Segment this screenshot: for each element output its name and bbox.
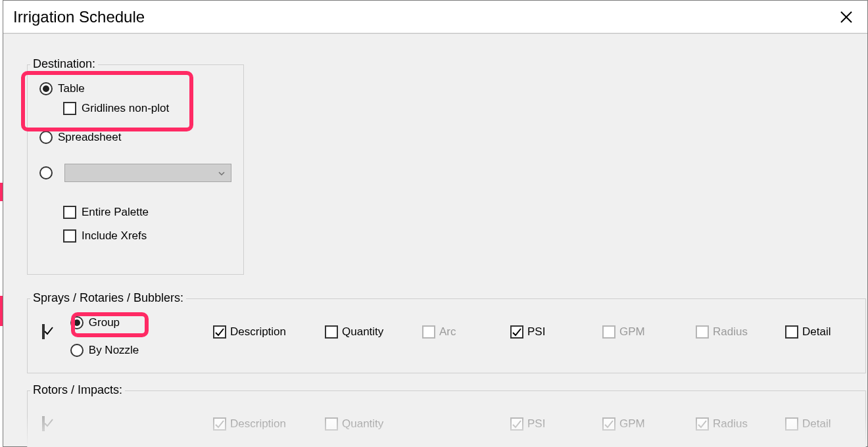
rotors-enable-checkbox	[42, 416, 45, 431]
destination-dropdown[interactable]	[64, 164, 231, 182]
destination-spreadsheet-radio[interactable]	[39, 131, 53, 144]
chevron-down-icon	[218, 170, 226, 177]
sprays-detail-label: Detail	[802, 325, 831, 339]
window-title: Irrigation Schedule	[13, 8, 834, 26]
sprays-quantity-label: Quantity	[342, 325, 383, 339]
rotors-description-checkbox	[213, 417, 226, 431]
sprays-bynozzle-radio[interactable]	[70, 344, 84, 357]
rotors-detail-label: Detail	[802, 417, 831, 431]
rotors-detail-checkbox	[785, 417, 798, 431]
rotors-description-label: Description	[230, 417, 286, 431]
sprays-gpm-label: GPM	[619, 325, 645, 339]
sprays-arc-checkbox	[422, 325, 435, 339]
sprays-psi-checkbox[interactable]	[510, 325, 523, 339]
rotors-group: Rotors / Impacts: Description	[27, 390, 866, 447]
sprays-legend: Sprays / Rotaries / Bubblers:	[30, 291, 186, 305]
sprays-group-label: Group	[89, 316, 120, 329]
sprays-psi-label: PSI	[527, 325, 545, 339]
sprays-group-radio[interactable]	[70, 316, 84, 329]
close-icon	[840, 11, 853, 24]
destination-spreadsheet-label: Spreadsheet	[58, 131, 121, 144]
rotors-legend: Rotors / Impacts:	[30, 383, 125, 397]
destination-dropdown-radio[interactable]	[39, 166, 53, 179]
sprays-arc-label: Arc	[439, 325, 456, 339]
sprays-enable-checkbox[interactable]	[42, 324, 45, 339]
gridlines-nonplot-checkbox[interactable]	[63, 102, 76, 115]
include-xrefs-label: Include Xrefs	[82, 229, 147, 243]
dialog-content: Destination: Table Gridlines non-plot Sp…	[3, 34, 867, 446]
sprays-description-checkbox[interactable]	[213, 325, 226, 339]
rotors-gpm-label: GPM	[619, 417, 645, 431]
rotors-psi-checkbox	[510, 417, 523, 431]
sprays-radius-label: Radius	[713, 325, 748, 339]
destination-table-radio[interactable]	[39, 82, 53, 95]
destination-group: Destination: Table Gridlines non-plot Sp…	[27, 64, 244, 275]
sprays-radius-checkbox	[696, 325, 709, 339]
rotors-gpm-checkbox	[602, 417, 615, 431]
titlebar: Irrigation Schedule	[3, 1, 867, 34]
rotors-quantity-label: Quantity	[342, 417, 383, 431]
entire-palette-label: Entire Palette	[82, 206, 149, 219]
sprays-quantity-checkbox[interactable]	[325, 325, 338, 339]
include-xrefs-checkbox[interactable]	[63, 229, 76, 243]
rotors-psi-label: PSI	[527, 417, 545, 431]
sprays-group: Sprays / Rotaries / Bubblers: Group By N…	[27, 298, 866, 373]
sprays-description-label: Description	[230, 325, 286, 339]
dialog-window: Irrigation Schedule Destination: Table	[3, 0, 868, 447]
destination-legend: Destination:	[30, 57, 98, 71]
gridlines-nonplot-label: Gridlines non-plot	[82, 102, 169, 115]
entire-palette-checkbox[interactable]	[63, 206, 76, 219]
sprays-detail-checkbox[interactable]	[785, 325, 798, 339]
destination-table-label: Table	[58, 82, 85, 95]
rotors-quantity-checkbox	[325, 417, 338, 431]
rotors-radius-checkbox	[696, 417, 709, 431]
close-button[interactable]	[834, 5, 858, 29]
sprays-bynozzle-label: By Nozzle	[89, 344, 139, 357]
sprays-gpm-checkbox	[602, 325, 615, 339]
rotors-radius-label: Radius	[713, 417, 748, 431]
